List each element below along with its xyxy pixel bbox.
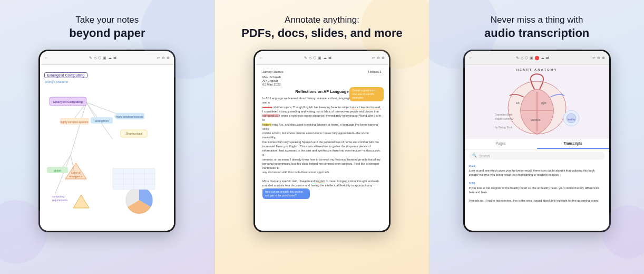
svg-text:chapter summary: chapter summary [495, 118, 514, 120]
svg-text:highly complex systems: highly complex systems [61, 120, 89, 124]
transcript-entry-2: 0:26 If you look at the diagram of the h… [469, 182, 605, 195]
transcript-entry-3: A heads up, if you're taking notes, this… [469, 199, 605, 203]
undo-icon[interactable]: ↩ [157, 56, 160, 60]
transcript-time-2: 0:26 [469, 182, 605, 185]
doc-cloud-icon[interactable]: ☁ [323, 56, 327, 60]
panel-3-title-line2: audio transcription [484, 26, 589, 40]
panel-1-title-line1: Take your notes [69, 15, 145, 25]
simplify-bubble: How can we simplify this section and get… [262, 188, 310, 199]
doc-toolbar: ← ✎ ◇ ⬡ ▣ ☁ ⇄ ↩ ⊖ ⊕ [255, 51, 389, 65]
audio-content: HEART ANATOMY [465, 65, 609, 231]
svg-text:computing: computing [52, 195, 64, 198]
pen-icon[interactable]: ✎ [89, 56, 92, 60]
doc-back-icon[interactable]: ← [259, 56, 263, 60]
search-placeholder: Search [479, 154, 490, 158]
cloud-icon[interactable]: ☁ [108, 56, 112, 60]
audio-zoom-out-icon[interactable]: ⊖ [597, 56, 600, 60]
audio-zoom-in-icon[interactable]: ⊕ [602, 56, 605, 60]
class-name: AP English [262, 79, 382, 82]
svg-marker-23 [73, 195, 89, 208]
device-1-screen: ← ✎ ◇ ⬡ ▣ ☁ ⇄ ↩ ⊖ ⊕ Emergent Computing T… [40, 51, 174, 231]
device-3: ← ✎ ◇ ⬡ ▣ ☁ ⇄ ↩ ⊖ ⊕ HEART ANATOMY [463, 50, 611, 232]
tab-transcripts-label: Transcripts [564, 141, 582, 145]
svg-text:healthy: healthy [567, 118, 575, 121]
audio-cloud-icon[interactable]: ☁ [541, 56, 544, 60]
doc-sync-icon[interactable]: ⇄ [328, 56, 331, 60]
svg-text:Sharing data: Sharing data [126, 132, 143, 135]
tab-transcripts[interactable]: Transcripts [537, 139, 609, 149]
heart-svg: left right ventricle healthy Dependent B… [484, 73, 590, 137]
device-3-screen: ← ✎ ◇ ⬡ ▣ ☁ ⇄ ↩ ⊖ ⊕ HEART ANATOMY [465, 51, 609, 231]
comment-bubble: Overall a good start - now use of specif… [349, 87, 384, 101]
audio-back-icon[interactable]: ← [469, 56, 473, 60]
doc-pen-icon[interactable]: ✎ [304, 56, 307, 60]
record-indicator [535, 56, 539, 60]
shape-icon[interactable]: ◇ [94, 56, 96, 60]
svg-text:Dependent Book: Dependent Book [495, 114, 513, 116]
doc-zoom-out-icon[interactable]: ⊖ [377, 56, 380, 60]
svg-line-4 [71, 102, 86, 155]
panel-audio: Never miss a thing with audio transcript… [430, 0, 644, 274]
doc-zoom-in-icon[interactable]: ⊕ [382, 56, 385, 60]
svg-text:many simple processes: many simple processes [116, 115, 144, 118]
audio-pen-icon[interactable]: ✎ [516, 56, 519, 60]
heart-title: HEART ANATOMY [516, 68, 558, 71]
panel-3-title-line1: Never miss a thing with [484, 15, 589, 25]
svg-text:emergence: emergence [70, 175, 83, 178]
highlight-pink-1: surround us. [262, 114, 279, 117]
mm-main-title: Emergent Computing [44, 72, 87, 78]
transcript-text-2: If you look at the diagram of the health… [469, 186, 605, 195]
mindmap-svg: Emergent Computing highly complex system… [44, 87, 173, 229]
strikethrough-text: number [262, 106, 272, 109]
zoom-in-icon[interactable]: ⊕ [167, 56, 170, 60]
doc-page: Holmes 1 [368, 70, 382, 73]
panel-1-title: Take your notes beyond paper [69, 15, 145, 40]
simplify-text: How can we simplify this section and get… [265, 190, 303, 197]
back-icon[interactable]: ← [44, 56, 48, 60]
doc-image-icon[interactable]: ⬡ [313, 56, 316, 60]
panel-1-title-line2: beyond paper [69, 26, 145, 40]
zoom-out-icon[interactable]: ⊖ [162, 56, 165, 60]
audio-undo-icon[interactable]: ↩ [592, 56, 596, 60]
heart-diagram: HEART ANATOMY [465, 65, 609, 139]
device-1: ← ✎ ◇ ⬡ ▣ ☁ ⇄ ↩ ⊖ ⊕ Emergent Computing T… [38, 50, 175, 232]
svg-text:Level of: Level of [72, 171, 81, 174]
audio-sync-icon[interactable]: ⇄ [546, 56, 549, 60]
panel-3-title: Never miss a thing with audio transcript… [484, 15, 589, 40]
transcript-list: 0:22 Look at and see which gives you the… [465, 162, 609, 231]
mindmap-toolbar: ← ✎ ◇ ⬡ ▣ ☁ ⇄ ↩ ⊖ ⊕ [40, 51, 174, 65]
panel-2-title: Annotate anything: PDFs, docs, slides, a… [241, 15, 403, 40]
svg-text:Ap Biology Book: Ap Biology Book [495, 126, 513, 129]
doc-undo-icon[interactable]: ↩ [372, 56, 375, 60]
search-icon: 🔍 [472, 154, 477, 158]
device-2-screen: ← ✎ ◇ ⬡ ▣ ☁ ⇄ ↩ ⊖ ⊕ Jamey Holmes Holmes … [255, 51, 389, 231]
search-bar[interactable]: 🔍 Search [469, 152, 605, 159]
transcript-time-1: 0:22 [469, 164, 605, 167]
svg-text:right: right [541, 101, 547, 105]
transcript-text-1: Look at and see which gives you the bett… [469, 168, 605, 177]
panel-2-title-line1: Annotate anything: [241, 15, 403, 25]
svg-text:Emergent Computing: Emergent Computing [53, 100, 83, 103]
mindmap-content: Emergent Computing Turing's Machine Emer… [40, 65, 174, 231]
panel-2-title-line2: PDFs, docs, slides, and more [241, 26, 403, 40]
teacher-name: Mrs. Schmidt [262, 75, 382, 79]
sync-icon[interactable]: ⇄ [113, 56, 116, 60]
underline-text: since I learned to read, [352, 106, 381, 109]
grid-icon[interactable]: ▣ [103, 56, 106, 60]
mm-subtitle: Turing's Machine [44, 80, 170, 83]
svg-text:ventricle: ventricle [531, 118, 541, 121]
doc-grid-icon[interactable]: ▣ [318, 56, 321, 60]
tab-pages[interactable]: Pages [465, 139, 537, 149]
doc-content: Jamey Holmes Holmes 1 Mrs. Schmidt AP En… [255, 65, 389, 231]
audio-image-icon[interactable]: ⬡ [525, 56, 528, 60]
svg-text:global: global [54, 169, 61, 172]
audio-shape-icon[interactable]: ◇ [521, 56, 523, 60]
tab-pages-label: Pages [496, 141, 505, 145]
svg-text:arising from: arising from [95, 119, 109, 122]
doc-highlight-icon[interactable]: ◇ [309, 56, 311, 60]
device-2: ← ✎ ◇ ⬡ ▣ ☁ ⇄ ↩ ⊖ ⊕ Jamey Holmes Holmes … [253, 50, 391, 232]
audio-grid-icon[interactable]: ▣ [530, 56, 533, 60]
transcript-text-3: A heads up, if you're taking notes, this… [469, 199, 605, 203]
image-icon[interactable]: ⬡ [98, 56, 101, 60]
svg-text:requirements: requirements [52, 199, 68, 202]
